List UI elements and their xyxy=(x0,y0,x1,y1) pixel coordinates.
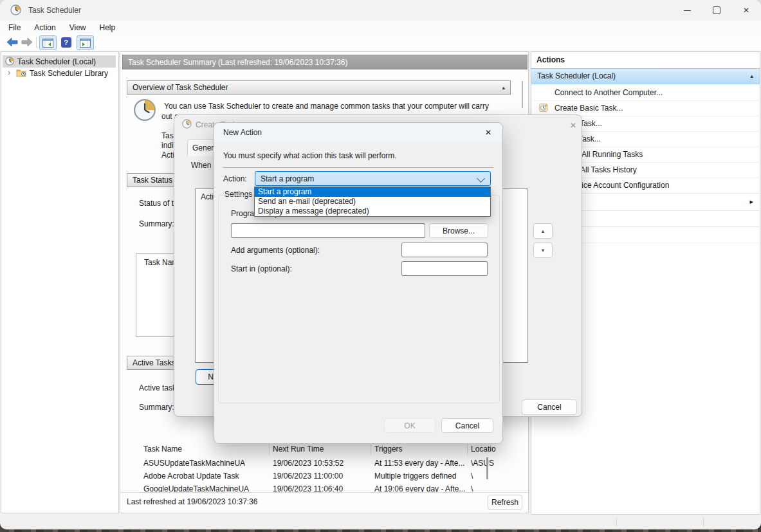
console-tree-toggle-button[interactable] xyxy=(39,35,57,50)
cell-location: \ASUS xyxy=(471,459,494,468)
move-down-button[interactable]: ▾ xyxy=(533,243,553,258)
column-divider[interactable] xyxy=(371,444,371,455)
dialog-clock-icon xyxy=(182,119,192,129)
chevron-down-icon xyxy=(477,174,485,183)
cell-location: \ xyxy=(471,472,473,481)
status-strip-divider xyxy=(616,517,617,527)
cancel-button[interactable]: Cancel xyxy=(522,399,577,415)
column-header[interactable]: Task Name xyxy=(143,445,182,454)
last-refreshed-text: Last refreshed at 19/06/2023 10:37:36 xyxy=(127,497,258,506)
menu-view[interactable]: View xyxy=(69,23,93,32)
action-item-label: Create Basic Task... xyxy=(555,104,623,113)
tab-general[interactable]: General xyxy=(187,139,215,156)
column-header[interactable]: Triggers xyxy=(374,445,403,454)
column-divider[interactable] xyxy=(269,444,270,455)
tree-item-label: Task Scheduler (Local) xyxy=(17,57,96,66)
close-button[interactable]: ✕ xyxy=(731,0,761,21)
dialog-title-bar: New Action ✕ xyxy=(214,123,502,142)
menu-file[interactable]: File xyxy=(8,23,28,32)
actions-group-header[interactable]: Task Scheduler (Local) ▴ xyxy=(531,69,760,84)
cell-task-name: GoogleUpdateTaskMachineUA xyxy=(143,484,249,492)
move-up-button[interactable]: ▴ xyxy=(533,223,553,239)
column-header[interactable]: Location xyxy=(471,445,496,454)
actions-panel-title: Actions xyxy=(536,55,565,64)
cell-triggers: At 11:53 every day - Afte... xyxy=(374,459,465,468)
submenu-arrow-icon: ▸ xyxy=(749,197,753,206)
action-combobox[interactable]: Start a program xyxy=(255,171,491,186)
dropdown-option-display-message[interactable]: Display a message (deprecated) xyxy=(255,206,490,216)
menu-help[interactable]: Help xyxy=(100,23,123,32)
overview-clock-icon xyxy=(133,98,156,122)
start-in-label: Start in (optional): xyxy=(231,264,292,273)
dropdown-option-start-program[interactable]: Start a program xyxy=(255,187,490,197)
action-dropdown-list: Start a program Send an e-mail (deprecat… xyxy=(254,187,491,217)
action-pane-icon xyxy=(80,39,91,48)
cell-next-run: 19/06/2023 11:06:40 xyxy=(273,484,343,492)
minimize-icon xyxy=(684,10,691,11)
table-scrollbar[interactable] xyxy=(486,457,488,479)
cell-triggers: Multiple triggers defined xyxy=(374,472,456,481)
toolbar-separator xyxy=(36,37,37,48)
expand-chevron-icon[interactable]: › xyxy=(8,68,10,77)
cell-triggers: At 19:06 every day - Afte... xyxy=(374,484,465,492)
cell-next-run: 19/06/2023 10:53:52 xyxy=(273,459,344,468)
create-basic-task-icon xyxy=(539,103,549,113)
action-pane-toggle-button[interactable] xyxy=(77,35,94,50)
summary-header-bar: Task Scheduler Summary (Last refreshed: … xyxy=(122,55,527,69)
tab-label: General xyxy=(192,143,215,152)
title-bar: Task Scheduler ✕ xyxy=(0,0,761,21)
collapse-icon[interactable]: ▴ xyxy=(750,73,753,79)
clock-icon xyxy=(5,57,14,66)
divider xyxy=(223,167,493,168)
close-icon: ✕ xyxy=(485,128,491,137)
close-button[interactable]: ✕ xyxy=(564,118,582,133)
action-item-label: Connect to Another Computer... xyxy=(555,88,663,97)
close-button[interactable]: ✕ xyxy=(479,125,497,140)
add-arguments-label: Add arguments (optional): xyxy=(231,246,320,255)
active-tasks-table: Task Name Next Run Time Triggers Locatio… xyxy=(136,443,496,492)
cell-location: \ xyxy=(471,484,473,492)
back-icon[interactable] xyxy=(6,37,18,47)
action-item-connect[interactable]: Connect to Another Computer... xyxy=(532,85,760,101)
collapse-icon[interactable]: ▴ xyxy=(502,84,505,91)
maximize-button[interactable] xyxy=(702,0,731,21)
actions-group-label: Task Scheduler (Local) xyxy=(537,71,616,80)
overview-description-line1: You can use Task Scheduler to create and… xyxy=(164,102,489,111)
task-scheduler-window: Task Scheduler ✕ File Action View Help ?… xyxy=(0,0,761,529)
minimize-button[interactable] xyxy=(672,0,702,21)
panel-scrollbar[interactable] xyxy=(522,81,523,108)
console-tree-panel: Task Scheduler (Local) › Task Scheduler … xyxy=(1,51,119,513)
folder-clock-icon xyxy=(16,68,26,77)
add-arguments-input[interactable] xyxy=(401,243,488,257)
down-arrow-icon: ▾ xyxy=(542,247,545,253)
cell-task-name: Adobe Acrobat Update Task xyxy=(143,472,239,481)
browse-button[interactable]: Browse... xyxy=(429,223,488,238)
new-action-dialog: New Action ✕ You must specify what actio… xyxy=(214,122,503,444)
overview-section-header[interactable]: Overview of Task Scheduler ▴ xyxy=(127,80,511,95)
start-in-input[interactable] xyxy=(401,261,488,276)
cancel-button[interactable]: Cancel xyxy=(441,418,493,433)
overview-section-title: Overview of Task Scheduler xyxy=(133,83,228,92)
console-tree-icon xyxy=(42,39,53,48)
column-header[interactable]: Next Run Time xyxy=(273,445,324,454)
forward-icon[interactable] xyxy=(21,37,33,47)
task-status-title: Task Status xyxy=(133,176,172,185)
toolbar: ? xyxy=(0,34,761,51)
action-label: Action: xyxy=(223,174,247,183)
help-button[interactable]: ? xyxy=(58,35,74,49)
dropdown-option-send-email[interactable]: Send an e-mail (deprecated) xyxy=(255,197,490,206)
tree-item-task-scheduler-library[interactable]: Task Scheduler Library xyxy=(30,69,108,78)
column-divider[interactable] xyxy=(467,444,468,455)
menu-action[interactable]: Action xyxy=(34,23,62,32)
tree-item-task-scheduler-local[interactable]: Task Scheduler (Local) xyxy=(3,55,116,68)
ok-button[interactable]: OK xyxy=(384,418,436,433)
program-script-input[interactable] xyxy=(231,223,425,238)
close-icon: ✕ xyxy=(570,121,576,130)
refresh-button[interactable]: Refresh xyxy=(488,495,522,510)
status-strip-divider xyxy=(703,517,704,527)
maximize-icon xyxy=(713,6,720,14)
cell-next-run: 19/06/2023 11:00:00 xyxy=(273,472,343,481)
statusbar-divider xyxy=(120,492,529,493)
app-clock-icon xyxy=(10,5,21,15)
actions-panel-header: Actions xyxy=(531,52,760,69)
